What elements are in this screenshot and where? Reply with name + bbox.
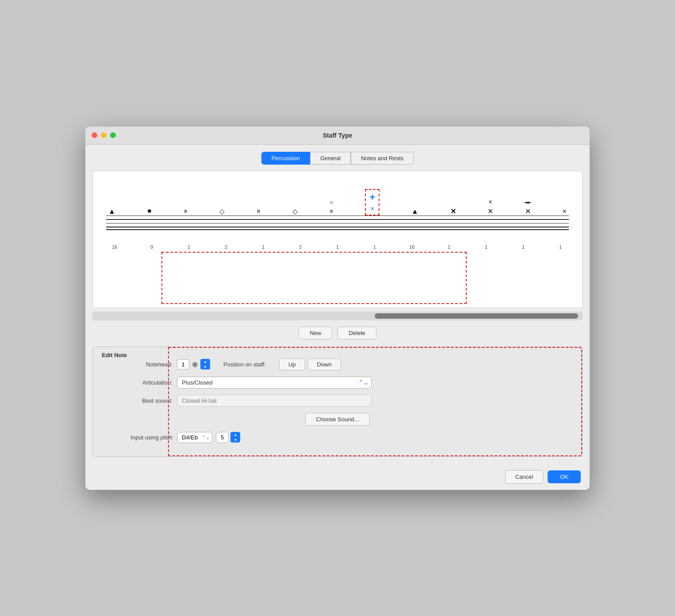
pitch-select[interactable]: D#/Eb C C#/Db D E F G A B <box>177 432 212 443</box>
num-8: 16 <box>406 244 418 250</box>
note-6[interactable]: ◇ <box>292 208 298 216</box>
maximize-button[interactable] <box>110 132 116 138</box>
window-title: Staff Type <box>323 132 353 139</box>
tab-notes-rests[interactable]: Notes and Rests <box>351 152 414 165</box>
titlebar: Staff Type <box>85 127 590 145</box>
selection-box-bottom <box>161 252 467 304</box>
octave-value: 5 <box>216 432 229 443</box>
articulation-label: Articulation: <box>102 379 173 386</box>
note-1[interactable]: ▲ <box>108 208 115 216</box>
num-6: 1 <box>331 244 344 250</box>
num-0: 16 <box>108 244 121 250</box>
up-button[interactable]: Up <box>279 358 305 370</box>
num-10: 1 <box>480 244 492 250</box>
notehead-spinner-up[interactable]: ▲ <box>200 359 210 364</box>
note-11[interactable]: × ✕ <box>487 198 493 216</box>
position-buttons: Up Down <box>279 358 341 370</box>
articulation-select[interactable]: Plus/Closed Open Closed X Diamond Triang… <box>177 377 372 389</box>
num-3: 2 <box>220 244 232 250</box>
notehead-spinner-down[interactable]: ▼ <box>200 364 210 370</box>
cancel-button[interactable]: Cancel <box>505 470 543 484</box>
octave-spinner[interactable]: ▲ ▼ <box>230 432 240 443</box>
delete-button[interactable]: Delete <box>338 327 376 339</box>
num-9: 1 <box>443 244 455 250</box>
pitch-select-wrapper: D#/Eb C C#/Db D E F G A B ⌃⌄ <box>177 432 212 443</box>
note-7[interactable]: ○ × <box>329 199 333 216</box>
articulation-row: Articulation: Plus/Closed Open Closed X … <box>102 377 573 389</box>
notehead-value: 1 <box>177 359 189 370</box>
tabs-row: Percussion General Notes and Rests <box>92 152 583 165</box>
best-sound-label: Best sound: <box>102 397 173 404</box>
note-5[interactable]: × <box>257 208 261 216</box>
best-sound-row: Best sound: <box>102 395 573 407</box>
notehead-spinner[interactable]: ▲ ▼ <box>200 359 210 370</box>
choose-sound-button[interactable]: Choose Sound... <box>305 413 370 426</box>
note-10[interactable]: ✕ <box>450 207 456 216</box>
octave-spinner-up[interactable]: ▲ <box>230 432 240 437</box>
close-button[interactable] <box>92 132 97 138</box>
ok-button[interactable]: OK <box>548 470 581 483</box>
octave-spinner-down[interactable]: ▼ <box>230 437 240 443</box>
num-1: 0 <box>146 244 158 250</box>
edit-note-section: Edit Note Notehead: 1 ⊗ ▲ ▼ Position on <box>92 346 583 457</box>
num-4: 1 <box>257 244 269 250</box>
staff-type-window: Staff Type Percussion General Notes and … <box>85 127 590 490</box>
window-controls <box>92 132 116 138</box>
note-3[interactable]: × <box>184 208 188 216</box>
content-area: Percussion General Notes and Rests ▲ ● × <box>85 145 590 464</box>
staff-preview: ▲ ● × ◇ × ◇ <box>92 171 583 308</box>
edit-note-label: Edit Note <box>93 346 136 364</box>
notehead-box: 1 ⊗ ▲ ▼ <box>177 359 210 370</box>
action-buttons: New Delete <box>92 327 583 339</box>
tab-general[interactable]: General <box>310 152 351 165</box>
num-12: 1 <box>554 244 567 250</box>
num-7: 1 <box>368 244 381 250</box>
tab-percussion[interactable]: Percussion <box>261 152 310 165</box>
octave-wrapper: 5 ▲ ▼ <box>216 432 240 443</box>
note-2[interactable]: ● <box>147 206 152 216</box>
num-5: 2 <box>294 244 307 250</box>
best-sound-field[interactable] <box>177 395 372 407</box>
pitch-row: Input using pitch D#/Eb C C#/Db D E F G <box>102 432 573 443</box>
note-13[interactable]: × <box>563 208 567 216</box>
horizontal-scrollbar[interactable] <box>92 312 583 320</box>
position-label: Position on staff: <box>223 361 266 368</box>
bottom-bar: Cancel OK <box>85 464 590 490</box>
note-4[interactable]: ◇ <box>219 208 225 216</box>
notehead-row: Notehead: 1 ⊗ ▲ ▼ Position on staff: Up … <box>102 358 573 370</box>
minimize-button[interactable] <box>101 132 107 138</box>
note-12[interactable]: × ✕ <box>525 199 531 216</box>
articulation-select-wrapper: Plus/Closed Open Closed X Diamond Triang… <box>177 377 372 389</box>
new-button[interactable]: New <box>299 327 332 339</box>
down-button[interactable]: Down <box>308 358 341 370</box>
num-2: 1 <box>183 244 195 250</box>
pitch-label: Input using pitch <box>102 434 173 441</box>
num-11: 1 <box>517 244 529 250</box>
scroll-thumb[interactable] <box>375 313 578 319</box>
choose-sound-row: Choose Sound... <box>102 413 573 426</box>
pitch-controls: D#/Eb C C#/Db D E F G A B ⌃⌄ <box>177 432 240 443</box>
note-9[interactable]: ▲ <box>411 208 418 216</box>
note-8-selected[interactable]: + × <box>365 189 380 216</box>
notehead-symbol: ⊗ <box>192 360 198 369</box>
